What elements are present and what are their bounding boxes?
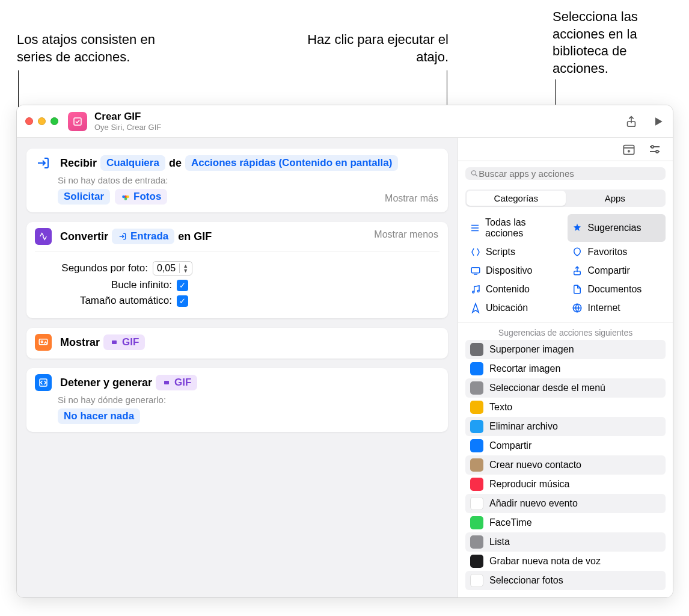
suggestion-icon bbox=[470, 343, 483, 356]
show-gif-chip[interactable]: GIF bbox=[103, 334, 145, 350]
svg-rect-15 bbox=[471, 267, 480, 273]
suggestion-label: Reproducir música bbox=[489, 479, 569, 490]
settings-button[interactable] bbox=[648, 142, 662, 156]
loop-checkbox[interactable]: ✓ bbox=[177, 280, 188, 291]
search-field[interactable] bbox=[465, 167, 666, 180]
category-item[interactable]: Dispositivo bbox=[465, 262, 564, 279]
suggestion-item[interactable]: Superponer imagen bbox=[465, 340, 666, 359]
category-icon bbox=[470, 302, 481, 313]
callout-library: Selecciona las acciones en la biblioteca… bbox=[553, 8, 679, 77]
category-label: Internet bbox=[588, 303, 620, 313]
category-label: Todas las acciones bbox=[485, 217, 560, 239]
category-item[interactable]: Documentos bbox=[568, 280, 666, 298]
shortcut-subtitle: Oye Siri, Crear GIF bbox=[94, 123, 161, 132]
photos-icon bbox=[121, 192, 130, 202]
search-input[interactable] bbox=[479, 168, 661, 179]
category-item[interactable]: Todas las acciones bbox=[465, 214, 564, 242]
tab-categories[interactable]: Categorías bbox=[467, 191, 566, 206]
action-library: Categorías Apps Todas las accionesSugere… bbox=[458, 138, 673, 597]
do-nothing-chip[interactable]: No hacer nada bbox=[58, 408, 140, 424]
svg-rect-11 bbox=[623, 145, 634, 154]
receive-any-chip[interactable]: Cualquiera bbox=[100, 155, 165, 171]
category-label: Dispositivo bbox=[486, 265, 532, 276]
category-label: Contenido bbox=[486, 284, 530, 295]
category-label: Favoritos bbox=[588, 247, 628, 257]
suggestion-item[interactable]: FaceTime bbox=[465, 513, 666, 532]
action-receive[interactable]: Mostrar más Recibir Cualquiera de Accion… bbox=[26, 149, 448, 212]
svg-point-12 bbox=[651, 146, 654, 148]
titlebar-text: Crear GIF Oye Siri, Crear GIF bbox=[94, 111, 161, 132]
autosize-checkbox[interactable]: ✓ bbox=[177, 295, 188, 307]
suggestion-icon bbox=[470, 516, 483, 529]
suggestion-item[interactable]: Lista bbox=[465, 532, 666, 552]
convert-input-label: Entrada bbox=[130, 230, 168, 242]
suggestion-item[interactable]: Recortar imagen bbox=[465, 359, 666, 378]
zoom-window-button[interactable] bbox=[51, 117, 58, 125]
category-icon bbox=[572, 283, 583, 295]
receive-source-chip[interactable]: Acciones rápidas (Contenido en pantalla) bbox=[185, 155, 398, 171]
action-show[interactable]: Mostrar GIF bbox=[26, 328, 448, 359]
library-toggle-button[interactable] bbox=[621, 141, 637, 157]
suggestion-item[interactable]: Seleccionar desde el menú bbox=[465, 378, 666, 398]
seconds-label: Segundos por foto: bbox=[58, 262, 148, 274]
minimize-window-button[interactable] bbox=[38, 117, 46, 125]
category-label: Ubicación bbox=[486, 303, 528, 313]
suggestion-item[interactable]: Texto bbox=[465, 398, 666, 417]
nowhere-label: Si no hay dónde generarlo: bbox=[58, 395, 439, 405]
receive-of: de bbox=[169, 157, 182, 170]
convert-icon bbox=[35, 228, 52, 245]
suggestion-item[interactable]: Compartir bbox=[465, 436, 666, 455]
category-icon bbox=[470, 283, 481, 295]
show-more-link[interactable]: Mostrar más bbox=[385, 193, 438, 204]
category-item[interactable]: Favoritos bbox=[568, 243, 666, 260]
category-item[interactable]: Ubicación bbox=[465, 299, 564, 316]
suggestion-item[interactable]: Seleccionar fotos bbox=[465, 571, 666, 590]
category-item[interactable]: Scripts bbox=[465, 243, 564, 260]
svg-point-4 bbox=[124, 197, 127, 200]
receive-verb: Recibir bbox=[60, 157, 97, 170]
suggestion-item[interactable]: Crear nuevo contacto bbox=[465, 455, 666, 475]
suggestion-icon bbox=[470, 497, 483, 510]
input-token-icon bbox=[118, 232, 127, 241]
suggestion-item[interactable]: Reproducir música bbox=[465, 475, 666, 494]
category-icon bbox=[470, 265, 481, 276]
category-item[interactable]: Sugerencias bbox=[568, 214, 666, 242]
stop-gif-chip[interactable]: GIF bbox=[156, 375, 197, 390]
titlebar: Crear GIF Oye Siri, Crear GIF bbox=[17, 105, 673, 138]
segmented-control[interactable]: Categorías Apps bbox=[465, 189, 666, 207]
autosize-label: Tamaño automático: bbox=[58, 295, 172, 307]
suggestion-label: Grabar nueva nota de voz bbox=[489, 556, 601, 567]
svg-point-17 bbox=[472, 291, 474, 293]
category-item[interactable]: Internet bbox=[568, 299, 666, 316]
sidebar-toolbar bbox=[458, 138, 673, 161]
tab-apps[interactable]: Apps bbox=[566, 191, 665, 206]
suggestion-item[interactable]: Eliminar archivo bbox=[465, 417, 666, 436]
stepper-arrows-icon[interactable]: ▲▼ bbox=[179, 263, 188, 273]
action-stop[interactable]: Detener y generar GIF Si no hay dónde ge… bbox=[26, 368, 448, 432]
seconds-stepper[interactable]: 0,05 ▲▼ bbox=[153, 261, 192, 276]
svg-point-5 bbox=[122, 196, 125, 199]
category-label: Compartir bbox=[588, 265, 630, 276]
suggestion-icon bbox=[470, 401, 483, 414]
shortcut-title: Crear GIF bbox=[94, 111, 161, 123]
suggestion-icon bbox=[470, 478, 483, 491]
close-window-button[interactable] bbox=[25, 117, 33, 125]
action-convert[interactable]: Mostrar menos Convertir Entrada en GIF bbox=[26, 222, 448, 318]
suggestion-item[interactable]: Añadir nuevo evento bbox=[465, 494, 666, 513]
category-label: Documentos bbox=[588, 284, 642, 295]
loop-label: Bucle infinito: bbox=[58, 279, 172, 291]
photos-chip[interactable]: Fotos bbox=[115, 189, 167, 205]
ask-chip[interactable]: Solicitar bbox=[58, 189, 110, 205]
app-window: Crear GIF Oye Siri, Crear GIF Mostrar má… bbox=[16, 105, 673, 598]
category-item[interactable]: Compartir bbox=[568, 262, 666, 279]
suggestions-header: Sugerencias de acciones siguientes bbox=[458, 322, 673, 340]
convert-input-chip[interactable]: Entrada bbox=[112, 229, 174, 244]
stop-icon bbox=[35, 374, 52, 391]
gif-token-icon bbox=[109, 337, 119, 347]
show-less-link[interactable]: Mostrar menos bbox=[374, 229, 438, 240]
share-button[interactable] bbox=[625, 115, 638, 128]
category-item[interactable]: Contenido bbox=[465, 280, 564, 298]
run-button[interactable] bbox=[652, 116, 664, 128]
category-icon bbox=[572, 302, 583, 313]
suggestion-item[interactable]: Grabar nueva nota de voz bbox=[465, 552, 666, 571]
